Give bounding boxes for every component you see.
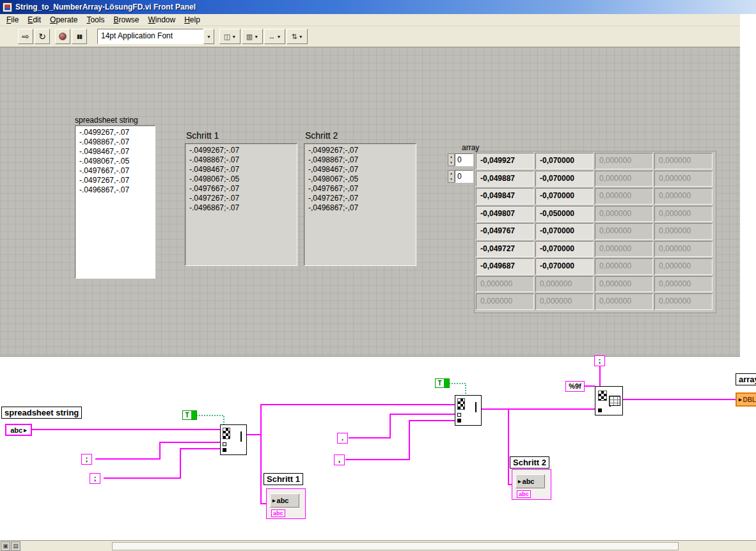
statusbar-button-1[interactable]: ▣ (1, 541, 10, 551)
array-cell-6-3[interactable]: 0,000000 (654, 258, 713, 275)
array-cell-2-3[interactable]: 0,000000 (654, 188, 713, 205)
spin-up-icon[interactable]: ▲ (448, 171, 454, 176)
array-cell-3-0[interactable]: -0,049807 (476, 206, 534, 222)
array-cell-6-0[interactable]: -0,049687 (476, 258, 534, 275)
array-cell-5-2[interactable]: 0,000000 (595, 241, 653, 258)
array-cell-0-1[interactable]: -0,070000 (535, 153, 594, 169)
array-cell-0-3[interactable]: 0,000000 (654, 153, 713, 169)
resize-objects-icon: ↔ (269, 33, 276, 40)
array-cell-8-3[interactable]: 0,000000 (654, 293, 713, 310)
schritt2-indicator[interactable]: -,0499267;-,07 -,0498867;-,07 -,0498467;… (304, 143, 416, 266)
menu-item-help[interactable]: Help (180, 14, 205, 26)
array-cell-2-2[interactable]: 0,000000 (595, 188, 653, 205)
array-cell-2-1[interactable]: -0,070000 (535, 188, 594, 205)
array-cell-7-3[interactable]: 0,000000 (654, 276, 713, 293)
bd-schritt2-label[interactable]: Schritt 2 (510, 456, 549, 469)
array-cell-1-1[interactable]: -0,070000 (535, 171, 594, 187)
reorder-objects-button[interactable]: ⇅ ▼ (287, 29, 308, 44)
search-replace-string-function-icon-2[interactable] (455, 395, 482, 426)
search-replace-string-function-icon-1[interactable] (220, 424, 247, 455)
array-cell-6-1[interactable]: -0,070000 (535, 258, 594, 275)
schritt1-indicator[interactable]: -.0499267;-.07 -.0498867;-.07 -.0498467;… (185, 143, 297, 266)
true-constant-1[interactable]: T (182, 410, 197, 420)
comma-constant[interactable]: , (334, 454, 345, 465)
spreadsheet-string-control-terminal[interactable]: abc ▸ (5, 424, 32, 436)
bd-spreadsheet-string-label[interactable]: spreadsheet string (1, 407, 82, 419)
statusbar-button-2[interactable]: ▤ (11, 541, 20, 551)
menu-item-file[interactable]: File (2, 14, 23, 26)
array-cell-0-0[interactable]: -0,049927 (476, 153, 534, 169)
menu-bar: FileEditOperateToolsBrowseWindowHelp (0, 14, 740, 26)
array-cell-8-0[interactable]: 0,000000 (476, 293, 534, 310)
function-checker-glyph (598, 391, 607, 401)
bd-schritt1-label[interactable]: Schritt 1 (264, 473, 303, 485)
array-cell-4-1[interactable]: -0,070000 (535, 223, 594, 240)
array-row-index-value[interactable]: 0 (455, 153, 473, 166)
title-bar[interactable]: String_to_NumberArray-LösungFD.vi Front … (0, 0, 756, 14)
schritt1-indicator-terminal[interactable]: ▸ abc abc (266, 488, 306, 519)
array-cell-5-3[interactable]: 0,000000 (654, 241, 713, 258)
array-cell-7-0[interactable]: 0,000000 (476, 276, 534, 293)
semicolon-constant-3[interactable]: ; (594, 355, 605, 366)
menu-item-operate[interactable]: Operate (45, 14, 82, 26)
abc-type-tag: abc (517, 490, 531, 498)
spin-up-icon[interactable]: ▲ (448, 154, 454, 160)
chevron-down-icon: ▼ (299, 35, 303, 39)
array-cell-4-0[interactable]: -0,049767 (476, 223, 534, 240)
array-cell-1-0[interactable]: -0,049887 (476, 171, 534, 187)
dot-constant[interactable]: . (337, 433, 348, 444)
array-cell-1-2[interactable]: 0,000000 (595, 171, 653, 187)
array-cell-7-2[interactable]: 0,000000 (595, 276, 653, 293)
array-cell-5-1[interactable]: -0,070000 (535, 241, 594, 258)
array-cell-2-0[interactable]: -0,049847 (476, 188, 534, 205)
index-spin-buttons[interactable]: ▲ ▼ (448, 170, 455, 183)
schritt2-indicator-terminal[interactable]: ▸ abc abc (512, 469, 551, 500)
array-col-index-control[interactable]: ▲ ▼ 0 (448, 170, 473, 183)
spreadsheet-string-to-array-function-icon[interactable] (595, 386, 623, 415)
pause-button[interactable]: ▮▮ (72, 29, 87, 44)
bd-array-label[interactable]: array (736, 373, 756, 385)
format-string-constant[interactable]: %9f (565, 381, 585, 392)
array-cell-3-2[interactable]: 0,000000 (595, 206, 653, 222)
spin-down-icon[interactable]: ▼ (448, 176, 454, 182)
menu-item-window[interactable]: Window (143, 14, 180, 26)
labview-vi-icon (3, 3, 12, 12)
menu-item-edit[interactable]: Edit (23, 14, 45, 26)
array-dbl-terminal[interactable]: ▸ DBL (736, 392, 756, 407)
array-cell-0-2[interactable]: 0,000000 (595, 153, 653, 169)
font-selector-dropdown[interactable]: ▼ (203, 29, 214, 44)
true-constant-fill (191, 411, 196, 419)
menu-item-browse[interactable]: Browse (109, 14, 143, 26)
true-constant-label: T (436, 379, 444, 387)
array-cell-6-2[interactable]: 0,000000 (595, 258, 653, 275)
array-cell-7-1[interactable]: 0,000000 (535, 276, 594, 293)
spin-down-icon[interactable]: ▼ (448, 160, 454, 166)
array-cell-4-2[interactable]: 0,000000 (595, 223, 653, 240)
align-objects-button[interactable]: ◫ ▼ (219, 29, 240, 44)
distribute-objects-button[interactable]: ▥ ▼ (242, 29, 263, 44)
array-cell-3-1[interactable]: -0,050000 (535, 206, 594, 222)
semicolon-constant-1[interactable]: ; (81, 454, 92, 465)
run-button[interactable]: ⇨ (18, 29, 33, 44)
menu-item-tools[interactable]: Tools (82, 14, 109, 26)
true-constant-label: T (183, 411, 191, 419)
array-cell-8-2[interactable]: 0,000000 (595, 293, 653, 310)
index-spin-buttons[interactable]: ▲ ▼ (448, 153, 455, 166)
array-cell-5-0[interactable]: -0,049727 (476, 241, 534, 258)
scrollbar-thumb[interactable] (112, 542, 679, 550)
array-cell-8-1[interactable]: 0,000000 (535, 293, 594, 310)
run-continuously-button[interactable]: ↻ (35, 29, 50, 44)
array-cell-1-3[interactable]: 0,000000 (654, 171, 713, 187)
array-cell-3-3[interactable]: 0,000000 (654, 206, 713, 222)
function-square-glyph (457, 419, 461, 423)
resize-objects-button[interactable]: ↔ ▼ (264, 29, 285, 44)
spreadsheet-string-control[interactable]: -.0499267,-.07 -.0498867,-.07 -.0498467,… (75, 125, 155, 279)
font-selector[interactable]: 14pt Application Font ▼ (97, 29, 214, 44)
abort-button[interactable] (55, 29, 70, 44)
true-constant-2[interactable]: T (435, 378, 450, 388)
array-cell-4-3[interactable]: 0,000000 (654, 223, 713, 240)
array-row-index-control[interactable]: ▲ ▼ 0 (448, 153, 473, 166)
semicolon-constant-2[interactable]: ; (90, 473, 100, 484)
array-col-index-value[interactable]: 0 (455, 170, 473, 183)
string-indicator-glyph: ▸ abc (270, 493, 299, 508)
